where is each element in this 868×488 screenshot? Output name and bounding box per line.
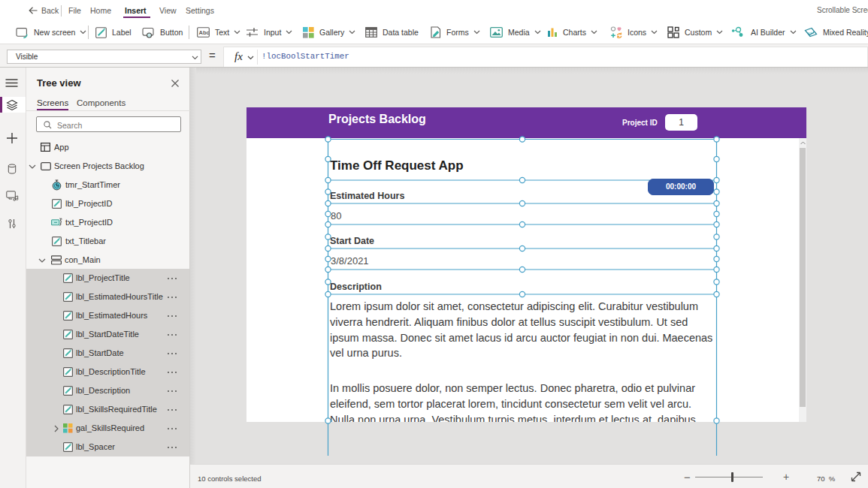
svg-text:Abc: Abc (199, 29, 210, 36)
